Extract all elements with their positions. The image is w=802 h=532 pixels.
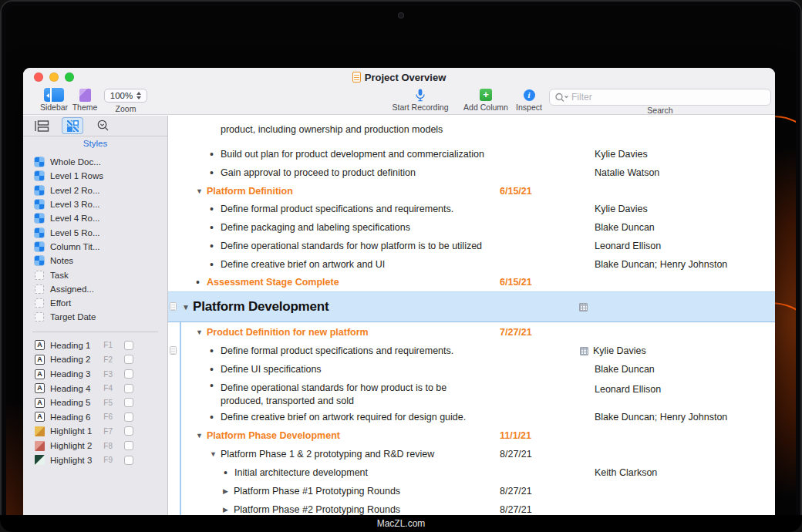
style-item-level-5-rows[interactable]: Level 5 Ro... [23,225,167,239]
disclosure-triangle-icon[interactable]: ▼ [196,328,207,336]
disclosure-triangle-icon[interactable]: ▶ [223,506,234,513]
toolbar-start-recording-button[interactable]: Start Recording [386,87,455,112]
outline-row-wrapped[interactable]: • Define operational standards for how p… [168,379,775,408]
assignee-cell: Blake Duncan; Henry Johnston [595,412,727,423]
outline-milestone-row[interactable]: • Assessment Stage Complete 6/15/21 [168,273,775,291]
heading-style-icon [35,369,45,379]
style-checkbox[interactable] [124,341,133,350]
zoom-stepper[interactable]: 100% [104,89,147,103]
outline-row[interactable]: • Define creative brief on artwork and U… [168,255,775,273]
watermark-bar: MacZL.com [0,515,802,532]
zoom-button[interactable] [65,72,74,82]
outline-row[interactable]: • Gain approval to proceed to product de… [168,163,775,182]
outline-row[interactable]: ▼ Platform Phase 1 & 2 prototyping and R… [168,445,775,463]
disclosure-triangle-icon[interactable]: ▼ [182,303,193,311]
disclosure-triangle-icon[interactable]: ▼ [210,450,221,458]
outline-row[interactable]: • Define formal product specifications a… [168,342,775,360]
disclosure-triangle-icon[interactable]: ▶ [223,487,234,495]
style-item-target-date[interactable]: Target Date [23,310,167,324]
named-style-heading-1[interactable]: Heading 1F1 [23,338,167,353]
named-style-highlight-2[interactable]: Highlight 2F8 [23,439,167,453]
laptop-bezel: Project Overview Sidebar Theme 100% [0,0,802,532]
named-style-heading-3[interactable]: Heading 3F3 [23,367,167,382]
outline-row[interactable]: • Define formal product specifications a… [168,200,775,218]
named-style-heading-6[interactable]: Heading 6F6 [23,410,167,425]
outline-row[interactable]: ▶ Platform Phase #2 Prototyping Rounds 8… [168,500,775,515]
target-date-cell: 6/15/21 [500,186,532,197]
tab-find-style[interactable] [93,117,114,134]
camera-dot [399,13,403,18]
outline-row[interactable]: • Define creative brief on artwork requi… [168,408,775,426]
outline-section-row[interactable]: ▼ Platform Definition 6/15/21 [168,182,775,200]
empty-style-swatch-icon [35,298,44,308]
target-date-cell: 6/15/21 [500,277,532,288]
disclosure-triangle-icon[interactable]: ▼ [196,432,207,439]
style-item-level-2-rows[interactable]: Level 2 Ro... [23,184,167,197]
search-input[interactable] [571,92,765,103]
outline-section-row[interactable]: ▼ Product Definition for new platform 7/… [168,322,775,342]
traffic-lights [34,72,74,82]
note-icon[interactable] [170,346,177,355]
theme-icon [79,89,91,102]
outline-row[interactable]: • Build out plan for product development… [168,145,775,163]
add-column-icon: + [480,89,492,101]
assignee-cell: Kylie Davies [595,149,648,160]
disclosure-triangle-icon[interactable]: ▼ [196,187,207,195]
style-item-task[interactable]: Task [23,268,167,281]
outline-row[interactable]: • Define packaging and labeling specific… [168,218,775,237]
assignee-cell: Keith Clarkson [595,467,657,478]
style-item-whole-document[interactable]: Whole Doc... [23,155,167,169]
tab-styles[interactable] [62,117,83,134]
style-item-assigned[interactable]: Assigned... [23,282,167,296]
named-style-highlight-1[interactable]: Highlight 1F7 [23,424,167,439]
outline-section-row[interactable]: ▼ Platform Phase Development 11/1/21 [168,426,775,445]
heading-style-icon [35,383,45,393]
style-item-level-3-rows[interactable]: Level 3 Ro... [23,197,167,211]
style-checkbox[interactable] [124,355,133,364]
outline-row[interactable]: • Define UI specifications Blake Duncan [168,360,775,379]
outline-row[interactable]: • Define operational standards for how p… [168,237,775,255]
target-date-cell: 8/27/21 [500,486,532,497]
style-item-level-1-rows[interactable]: Level 1 Rows [23,169,167,183]
assignee-cell: Leonard Ellison [595,241,661,251]
outline-row[interactable]: ▶ Platform Phase #1 Prototyping Rounds 8… [168,482,775,500]
styles-icon [67,120,79,132]
assignee-cell: Blake Duncan [595,222,655,233]
style-item-column-titles[interactable]: Column Tit... [23,240,167,254]
empty-style-swatch-icon [35,285,44,294]
active-tab-label: Styles [23,139,167,148]
outline-row[interactable]: • Initial architecture development Keith… [168,463,775,482]
highlight-swatch-icon [35,455,45,465]
title-bar: Project Overview [23,68,775,86]
named-style-highlight-3[interactable]: Highlight 3F9 [23,453,167,467]
assignee-cell: Leonard Ellison [595,384,661,395]
style-item-notes[interactable]: Notes [23,254,167,268]
note-icon[interactable] [170,302,177,311]
selected-section-row[interactable]: ▼ Platform Development [168,291,775,322]
style-item-level-4-rows[interactable]: Level 4 Ro... [23,211,167,225]
outline-view: product, including ownership and product… [168,116,775,515]
minimize-button[interactable] [49,72,59,82]
style-checkbox[interactable] [124,456,133,465]
named-style-heading-4[interactable]: Heading 4F4 [23,381,167,396]
style-checkbox[interactable] [124,398,133,407]
search-icon [555,93,568,102]
style-checkbox[interactable] [124,441,133,450]
filter-search-field[interactable] [549,89,771,106]
named-style-heading-2[interactable]: Heading 2F2 [23,352,167,367]
style-swatch-icon [35,200,44,209]
toolbar-zoom-control[interactable]: 100% Zoom [91,87,160,113]
tab-sections[interactable] [31,117,52,134]
outline-row-wrapped-continuation[interactable]: product, including ownership and product… [168,116,775,145]
style-checkbox[interactable] [124,384,133,393]
desktop: Project Overview Sidebar Theme 100% [6,6,796,515]
bullet-marker: • [210,169,221,177]
style-item-effort[interactable]: Effort [23,296,167,310]
style-checkbox[interactable] [124,412,133,422]
toolbar: Sidebar Theme 100% Zoom [23,86,775,115]
close-button[interactable] [34,72,43,82]
style-checkbox[interactable] [124,369,133,379]
style-checkbox[interactable] [124,426,133,436]
named-style-heading-5[interactable]: Heading 5F5 [23,396,167,410]
sidebar-tabs [23,116,167,136]
